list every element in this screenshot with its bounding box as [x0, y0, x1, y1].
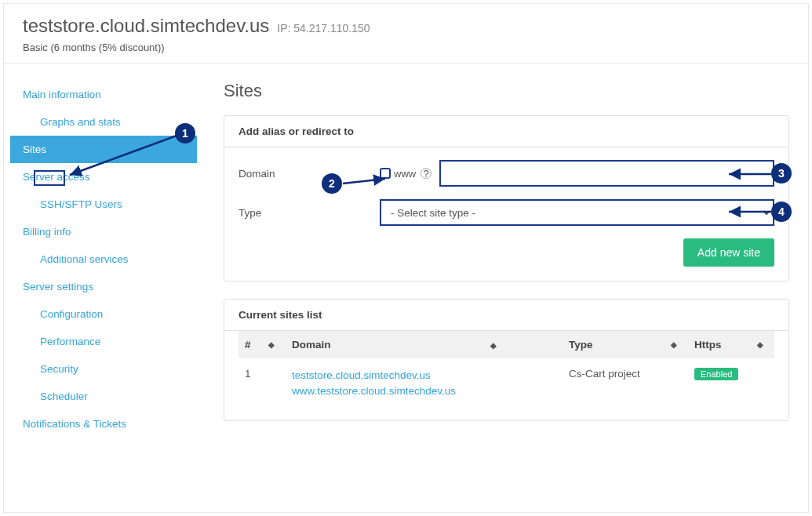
- sort-icon: ◆: [757, 341, 763, 349]
- page-frame: teststore.cloud.simtechdev.us IP: 54.217…: [3, 3, 809, 513]
- sidebar-item-main-info[interactable]: Main information: [10, 81, 197, 108]
- ip-label: IP: 54.217.110.150: [277, 22, 370, 35]
- current-sites-panel: Current sites list # ◆ Domain: [224, 299, 789, 421]
- col-domain[interactable]: Domain ◆: [286, 331, 563, 358]
- page-header: teststore.cloud.simtechdev.us IP: 54.217…: [4, 4, 808, 64]
- svg-line-0: [70, 136, 177, 175]
- sidebar-item-billing[interactable]: Billing info: [10, 218, 197, 245]
- sidebar-item-security[interactable]: Security: [10, 355, 197, 383]
- sort-icon: ◆: [268, 341, 275, 349]
- annotation-arrow-3: [726, 170, 774, 178]
- sort-icon: ◆: [671, 341, 677, 349]
- add-panel-title: Add alias or redirect to: [224, 116, 788, 147]
- annotation-badge-3: 3: [771, 163, 792, 184]
- add-site-panel: Add alias or redirect to Domain www ? Ty…: [224, 115, 789, 282]
- sidebar-item-ssh[interactable]: SSH/SFTP Users: [10, 191, 197, 218]
- www-label: www: [394, 168, 416, 180]
- type-select[interactable]: - Select site type -: [380, 199, 774, 226]
- page-title: Sites: [224, 81, 789, 101]
- annotation-arrow-2: [341, 176, 396, 187]
- type-label: Type: [239, 207, 380, 219]
- cell-num: 1: [239, 358, 286, 409]
- domain-row: Domain www ?: [239, 160, 774, 187]
- https-badge: Enabled: [694, 368, 738, 380]
- domain-link[interactable]: teststore.cloud.simtechdev.us: [292, 368, 556, 383]
- col-https[interactable]: Https ◆: [688, 331, 774, 358]
- sidebar-item-configuration[interactable]: Configuration: [10, 300, 197, 328]
- server-title: teststore.cloud.simtechdev.us: [23, 15, 269, 36]
- sidebar-item-additional[interactable]: Additional services: [10, 245, 197, 273]
- annotation-badge-1: 1: [175, 123, 195, 144]
- current-sites-title: Current sites list: [224, 300, 788, 331]
- sort-icon: ◆: [490, 342, 497, 350]
- annotation-badge-4: 4: [771, 202, 792, 222]
- cell-type: Cs-Cart project: [563, 358, 688, 409]
- cell-domain: teststore.cloud.simtechdev.us www.testst…: [286, 358, 563, 409]
- sidebar-item-server-settings[interactable]: Server settings: [10, 273, 197, 300]
- sidebar-item-performance[interactable]: Performance: [10, 328, 197, 355]
- annotation-arrow-4: [726, 208, 774, 216]
- main-content: Sites Add alias or redirect to Domain ww…: [197, 81, 789, 438]
- domain-link[interactable]: www.teststore.cloud.simtechdev.us: [292, 383, 556, 399]
- cell-https: Enabled: [688, 358, 774, 409]
- sidebar-item-scheduler[interactable]: Scheduler: [10, 383, 197, 410]
- type-row: Type - Select site type -: [239, 199, 774, 226]
- annotation-badge-2: 2: [322, 173, 342, 194]
- plan-info: Basic (6 months (5% discount)): [23, 42, 789, 53]
- add-new-site-button[interactable]: Add new site: [683, 238, 774, 267]
- col-type[interactable]: Type ◆: [563, 331, 688, 358]
- sidebar-item-notifications[interactable]: Notifications & Tickets: [10, 410, 197, 438]
- sites-table: # ◆ Domain ◆ Type ◆: [239, 331, 774, 409]
- help-icon[interactable]: ?: [421, 168, 431, 179]
- table-row: 1 teststore.cloud.simtechdev.us www.test…: [239, 358, 774, 409]
- svg-line-1: [343, 179, 385, 184]
- annotation-arrow-1: [67, 134, 184, 181]
- col-num[interactable]: # ◆: [239, 331, 286, 358]
- sidebar-item-graphs[interactable]: Graphs and stats: [10, 108, 197, 136]
- domain-input[interactable]: [439, 160, 774, 187]
